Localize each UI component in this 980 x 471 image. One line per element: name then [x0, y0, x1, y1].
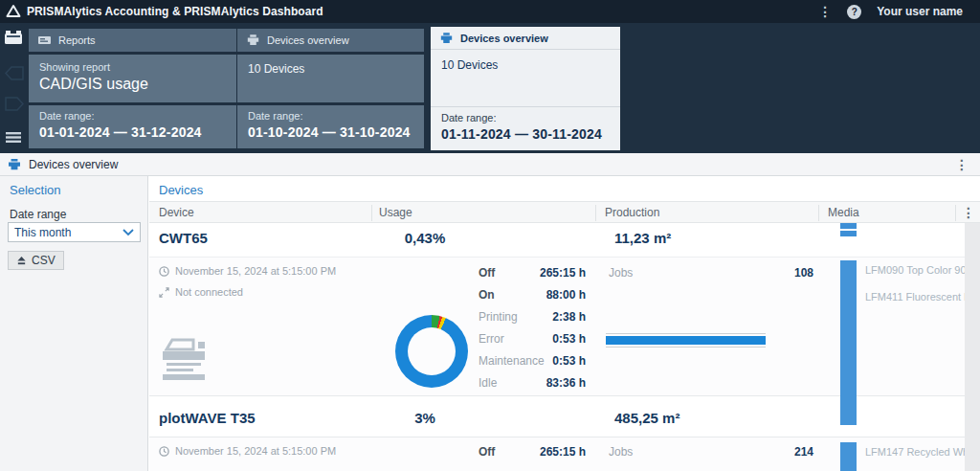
devices-overview-bar: Devices overview ⋮: [0, 153, 980, 176]
connection-status: Not connected: [175, 286, 243, 298]
date-range-label: Date range: [10, 208, 66, 221]
chevron-down-icon: [122, 229, 134, 236]
date-range-label: Date range:: [248, 110, 413, 122]
column-production: Production: [605, 206, 659, 219]
csv-export-button[interactable]: CSV: [8, 251, 64, 270]
printer-icon: [8, 159, 21, 170]
status-value: 0:53 h: [500, 354, 586, 368]
card-value: 10 Devices: [441, 58, 610, 72]
user-menu[interactable]: Your user name: [877, 5, 963, 18]
status-donut-chart: [395, 315, 468, 388]
jobs-count: 108: [743, 266, 813, 280]
status-label: On: [479, 288, 495, 302]
media-name: LFM090 Top Color 90gsm: [865, 264, 965, 276]
date-range-selected-value: This month: [14, 226, 122, 239]
card-reports[interactable]: Reports Showing report CAD/GIS usage Dat…: [29, 29, 236, 148]
connection-line: Not connected: [159, 286, 243, 298]
date-range-value: 01-01-2024 — 31-12-2024: [39, 124, 226, 140]
selection-title: Selection: [10, 183, 60, 197]
card-title: Devices overview: [267, 34, 349, 46]
device-usage: 3%: [377, 410, 473, 426]
status-label: Off: [479, 445, 495, 459]
not-connected-icon: [159, 287, 169, 298]
card-title: Devices overview: [460, 33, 548, 44]
card-devices-body: 10 Devices: [431, 50, 620, 107]
hamburger-menu-icon[interactable]: [5, 131, 22, 144]
column-divider: [371, 205, 372, 221]
dashboard-strip: Reports Showing report CAD/GIS usage Dat…: [0, 23, 980, 153]
card-devices-october[interactable]: Devices overview 10 Devices Date range: …: [237, 29, 424, 148]
card-value: 10 Devices: [248, 62, 413, 76]
jobs-label: Jobs: [609, 445, 633, 459]
section-title: Devices overview: [29, 158, 118, 171]
export-icon: [16, 256, 27, 266]
timestamp-line: November 15, 2024 at 5:15:00 PM: [159, 445, 336, 457]
column-divider: [955, 205, 956, 221]
printer-icon: [247, 34, 259, 46]
column-divider: [818, 205, 819, 221]
topbar-actions: ⋮ ? Your user name: [818, 5, 974, 19]
date-range-value: 01-11-2024 — 30-11-2024: [441, 126, 610, 142]
card-devices-header: Devices overview: [237, 29, 424, 52]
csv-button-label: CSV: [32, 254, 56, 267]
jobs-bar-fill: [606, 336, 766, 345]
status-value: 265:15 h: [500, 445, 586, 459]
table-menu-icon[interactable]: ⋮: [962, 206, 975, 219]
clock-icon: [159, 446, 169, 457]
jobs-label: Jobs: [609, 266, 633, 280]
devices-title: Devices: [159, 183, 203, 197]
card-devices-footer: Date range: 01-10-2024 — 31-10-2024: [237, 105, 424, 148]
devices-table: Devices Device Usage Production Media ⋮ …: [149, 176, 980, 471]
device-production: 11,23 m²: [614, 230, 671, 246]
card-reports-header: Reports: [29, 29, 236, 52]
column-usage: Usage: [379, 206, 412, 219]
date-range-select[interactable]: This month: [8, 222, 141, 242]
app-title: PRISMAlytics Accounting & PRISMAlytics D…: [27, 5, 323, 18]
jobs-bar-chart: [606, 333, 766, 348]
clock-icon: [159, 266, 169, 277]
selection-panel: Selection Date range This month CSV: [0, 176, 148, 471]
date-range-value: 01-10-2024 — 31-10-2024: [248, 124, 413, 140]
column-media: Media: [828, 206, 859, 219]
topbar-menu-icon[interactable]: ⋮: [818, 5, 832, 18]
vertical-scrollbar[interactable]: [965, 223, 980, 471]
column-device: Device: [159, 206, 194, 219]
card-devices-header: Devices overview: [431, 27, 620, 50]
timestamp-line: November 15, 2024 at 5:15:00 PM: [159, 265, 336, 277]
status-label: Idle: [479, 376, 497, 390]
device-usage: 0,43%: [377, 230, 473, 246]
device-production: 485,25 m²: [614, 410, 679, 426]
card-devices-footer: Date range: 01-11-2024 — 30-11-2024: [431, 107, 620, 150]
timestamp: November 15, 2024 at 5:15:00 PM: [175, 265, 336, 277]
device-name[interactable]: plotWAVE T35: [159, 410, 256, 426]
status-value: 265:15 h: [500, 266, 586, 280]
card-devices-november-selected[interactable]: Devices overview 10 Devices Date range: …: [431, 27, 620, 150]
status-value: 88:00 h: [500, 288, 586, 302]
status-value: 2:38 h: [500, 310, 586, 324]
arrow-left-icon[interactable]: [4, 65, 25, 81]
jobs-count: 214: [743, 445, 813, 459]
help-icon[interactable]: ?: [847, 5, 861, 19]
arrow-right-icon[interactable]: [4, 96, 25, 112]
card-devices-body: 10 Devices: [237, 55, 424, 102]
card-reports-footer: Date range: 01-01-2024 — 31-12-2024: [29, 105, 236, 148]
plotter-printer-icon: [161, 338, 211, 382]
topbar: PRISMAlytics Accounting & PRISMAlytics D…: [0, 0, 980, 23]
device-name[interactable]: CWT65: [159, 230, 208, 246]
card-reports-body: Showing report CAD/GIS usage: [29, 55, 236, 102]
card-subtitle: Showing report: [39, 61, 226, 73]
media-name: LFM147 Recycled White: [865, 446, 965, 458]
dashboard-rail-icon[interactable]: [5, 31, 23, 45]
media-mini-bar: [840, 223, 857, 229]
date-range-label: Date range:: [441, 112, 610, 123]
report-icon: [38, 35, 51, 46]
prisma-logo-icon: [6, 4, 21, 19]
status-value: 0:53 h: [500, 332, 586, 346]
timestamp: November 15, 2024 at 5:15:00 PM: [175, 445, 336, 457]
date-range-label: Date range:: [39, 110, 226, 122]
overview-menu-icon[interactable]: ⋮: [955, 158, 972, 171]
media-name: LFM411 Fluorescent Paper: [865, 291, 965, 303]
media-usage-bar: [840, 260, 857, 425]
card-title: Reports: [58, 34, 96, 46]
table-header: Device Usage Production Media ⋮: [149, 201, 980, 223]
